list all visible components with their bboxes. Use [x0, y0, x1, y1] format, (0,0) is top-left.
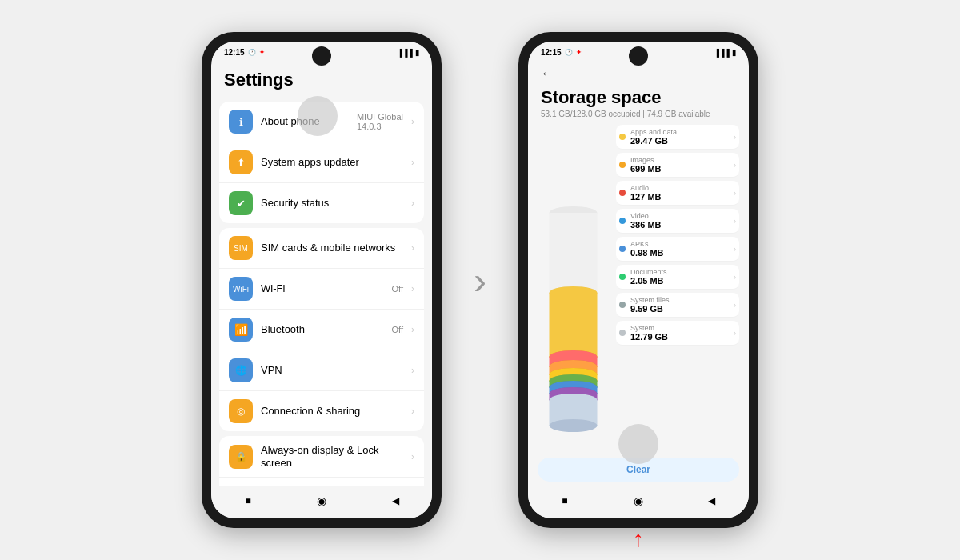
back-arrow-icon[interactable]: ← — [541, 66, 554, 81]
audio-info: Audio 127 MB — [630, 184, 734, 202]
storage-row-docs[interactable]: Documents 2.05 MB › — [616, 265, 739, 290]
system-apps-icon: ⬆ — [229, 150, 253, 174]
always-on-text: Always-on display & Lock screen — [261, 444, 403, 469]
storage-row-apps[interactable]: Apps and data 29.47 GB › — [616, 125, 739, 150]
video-dot — [619, 218, 626, 224]
connection-text: Connection & sharing — [261, 405, 403, 418]
always-on-label: Always-on display & Lock screen — [261, 444, 403, 469]
sysfiles-dot — [619, 302, 626, 308]
storage-row-sysfiles[interactable]: System files 9.59 GB › — [616, 293, 739, 318]
svg-point-26 — [550, 419, 598, 432]
bluetooth-value: Off — [392, 325, 403, 334]
avatar-overlay-right — [618, 424, 658, 464]
svg-rect-1 — [550, 213, 598, 293]
settings-group-3: 🔒 Always-on display & Lock screen › ☀ Di… — [219, 436, 424, 486]
docs-dot — [619, 274, 626, 280]
nav-square-right[interactable]: ■ — [557, 493, 573, 509]
wifi-text: Wi-Fi — [261, 282, 384, 295]
vpn-text: VPN — [261, 364, 403, 377]
security-label: Security status — [261, 197, 403, 210]
apks-size: 0.98 MB — [630, 248, 734, 258]
storage-list: Apps and data 29.47 GB › Images 699 MB › — [616, 125, 739, 453]
sim-label: SIM cards & mobile networks — [261, 242, 403, 254]
nav-home-right[interactable]: ◉ — [630, 493, 646, 509]
nav-back-left[interactable]: ◀ — [387, 493, 403, 509]
docs-cat: Documents — [630, 268, 734, 276]
audio-arrow: › — [734, 189, 736, 198]
system-size: 12.79 GB — [630, 332, 734, 342]
svg-rect-4 — [550, 293, 598, 357]
system-apps-arrow: › — [411, 157, 414, 168]
time-right: 12:15 — [541, 48, 562, 57]
video-cat: Video — [630, 212, 734, 220]
images-info: Images 699 MB — [630, 156, 734, 174]
apps-dot — [619, 134, 626, 140]
about-phone-arrow: › — [411, 116, 414, 127]
chevron-right-icon: › — [474, 258, 486, 302]
sim-text: SIM cards & mobile networks — [261, 242, 403, 254]
always-on-icon: 🔒 — [229, 445, 253, 469]
nav-square-left[interactable]: ■ — [240, 493, 256, 509]
signal-right: ▐▐▐ — [714, 49, 730, 57]
storage-body: Apps and data 29.47 GB › Images 699 MB › — [528, 125, 749, 453]
back-icon-right: ◀ — [708, 495, 715, 506]
docs-arrow: › — [734, 273, 736, 282]
storage-subtitle: 53.1 GB/128.0 GB occupied | 74.9 GB avai… — [528, 110, 749, 125]
wifi-label: Wi-Fi — [261, 282, 384, 295]
signal-left: ▐▐▐ — [398, 49, 413, 57]
settings-item-security[interactable]: ✔ Security status › — [219, 183, 424, 223]
system-dot — [619, 330, 626, 336]
storage-row-system[interactable]: System 12.79 GB › — [616, 321, 739, 346]
settings-item-connection[interactable]: ◎ Connection & sharing › — [219, 391, 424, 431]
system-arrow: › — [734, 329, 736, 338]
storage-row-apks[interactable]: APKs 0.98 MB › — [616, 237, 739, 262]
system-apps-label: System apps updater — [261, 156, 403, 169]
square-icon-right: ■ — [562, 495, 567, 506]
storage-row-video[interactable]: Video 386 MB › — [616, 209, 739, 234]
bluetooth-icon: 📶 — [229, 318, 253, 342]
security-arrow: › — [411, 198, 414, 209]
bluetooth-arrow: › — [411, 324, 414, 335]
images-cat: Images — [630, 156, 734, 164]
system-cat: System — [630, 324, 734, 332]
settings-item-wifi[interactable]: WiFi Wi-Fi Off › — [219, 269, 424, 310]
cylinder-svg — [543, 197, 603, 445]
audio-size: 127 MB — [630, 192, 734, 202]
about-phone-icon: ℹ — [229, 110, 253, 134]
apks-info: APKs 0.98 MB — [630, 240, 734, 258]
bluetooth-text: Bluetooth — [261, 323, 384, 336]
storage-row-audio[interactable]: Audio 127 MB › — [616, 181, 739, 206]
settings-item-sim[interactable]: SIM SIM cards & mobile networks › — [219, 228, 424, 269]
settings-item-always-on[interactable]: 🔒 Always-on display & Lock screen › — [219, 436, 424, 478]
apks-arrow: › — [734, 245, 736, 254]
wifi-icon: WiFi — [229, 277, 253, 301]
left-phone: 12:15 🕐 ✦ ▐▐▐ ▮ Settings ℹ About phone M… — [202, 32, 442, 528]
docs-info: Documents 2.05 MB — [630, 268, 734, 286]
settings-item-display[interactable]: ☀ Display › — [219, 478, 424, 486]
time-left: 12:15 — [224, 48, 245, 57]
storage-cylinder — [538, 125, 610, 453]
settings-item-system-apps[interactable]: ⬆ System apps updater › — [219, 142, 424, 183]
about-phone-value: MIUI Global14.0.3 — [357, 112, 403, 131]
apps-arrow: › — [734, 133, 736, 142]
red-arrow-indicator: ↑ — [633, 526, 644, 552]
storage-row-images[interactable]: Images 699 MB › — [616, 153, 739, 178]
connection-label: Connection & sharing — [261, 405, 403, 418]
audio-cat: Audio — [630, 184, 734, 192]
avatar-overlay-left — [298, 96, 338, 136]
sysfiles-size: 9.59 GB — [630, 304, 734, 314]
storage-title: Storage space — [528, 84, 749, 110]
settings-item-vpn[interactable]: 🌐 VPN › — [219, 350, 424, 391]
right-phone: 12:15 🕐 ✦ ▐▐▐ ▮ ← Storage space 53.1 GB/… — [518, 32, 758, 528]
security-text: Security status — [261, 197, 403, 210]
settings-item-bluetooth[interactable]: 📶 Bluetooth Off › — [219, 310, 424, 350]
sysfiles-cat: System files — [630, 296, 734, 304]
sim-arrow: › — [411, 242, 414, 254]
nav-back-right[interactable]: ◀ — [704, 493, 720, 509]
audio-dot — [619, 190, 626, 196]
apps-cat: Apps and data — [630, 128, 734, 136]
nav-bar-left: ■ ◉ ◀ — [211, 486, 432, 518]
images-arrow: › — [734, 161, 736, 170]
nav-home-left[interactable]: ◉ — [314, 493, 330, 509]
apps-size: 29.47 GB — [630, 136, 734, 146]
